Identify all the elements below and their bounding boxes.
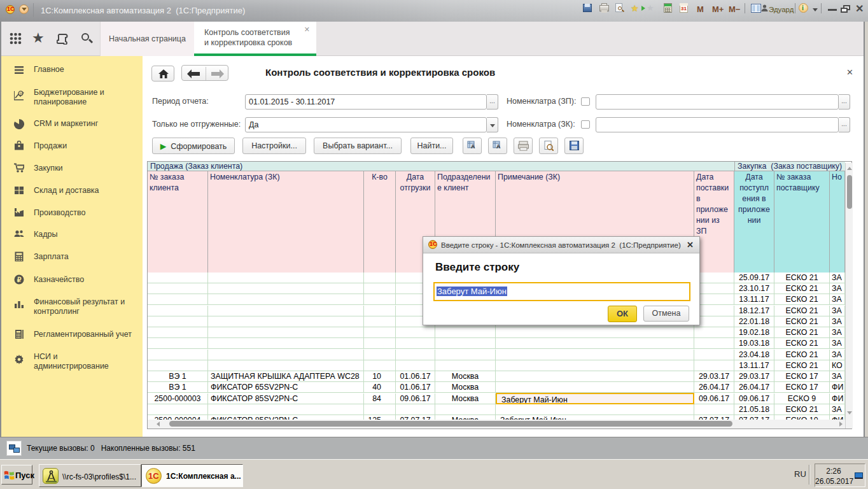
svg-text:A: A xyxy=(496,143,501,150)
svg-text:A: A xyxy=(471,143,475,150)
svg-text:%: % xyxy=(20,92,24,96)
svg-text:₽: ₽ xyxy=(17,276,22,283)
